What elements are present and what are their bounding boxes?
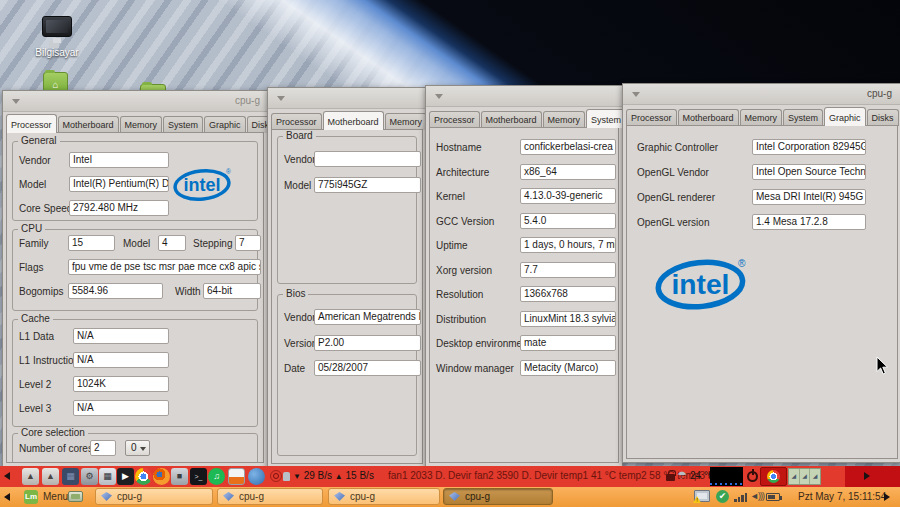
uptime-field[interactable]: 1 days, 0 hours, 7 minutes bbox=[520, 237, 616, 253]
panel-hide-left-icon[interactable] bbox=[4, 493, 10, 501]
signal-indicator-icon[interactable] bbox=[273, 470, 291, 483]
opengl-version-field[interactable]: 1.4 Mesa 17.2.8 bbox=[752, 214, 866, 230]
window-manager-field[interactable]: Metacity (Marco) bbox=[520, 360, 616, 376]
clock-applet[interactable]: Pzt May 7, 15:11:54 bbox=[798, 491, 886, 502]
bios-vendor-field[interactable]: American Megatrends Inc. bbox=[314, 309, 421, 325]
window-list-button-3[interactable]: cpu-g bbox=[328, 488, 440, 505]
show-desktop-button[interactable] bbox=[68, 491, 83, 502]
l1-instruction-field[interactable]: N/A bbox=[73, 352, 169, 368]
l1-data-field[interactable]: N/A bbox=[73, 328, 169, 344]
workspace-3[interactable]: ◢ bbox=[810, 469, 820, 484]
family-field[interactable]: 15 bbox=[68, 235, 115, 251]
tab-memory[interactable]: Memory bbox=[385, 113, 426, 130]
image-viewer-icon[interactable] bbox=[228, 468, 245, 485]
core-select-dropdown[interactable]: 0 bbox=[125, 440, 150, 456]
window2-titlebar[interactable] bbox=[268, 88, 426, 109]
spotify-icon[interactable]: ♫ bbox=[208, 468, 225, 485]
home-folder-icon[interactable]: ⌂ bbox=[43, 72, 68, 92]
cpu-model-field[interactable]: 4 bbox=[158, 235, 186, 251]
window1-titlebar[interactable]: cpu-g bbox=[3, 91, 267, 112]
desktop-environment-field[interactable]: mate bbox=[520, 335, 616, 351]
tab-motherboard[interactable]: Motherboard bbox=[58, 116, 119, 133]
eject-drive-icon[interactable]: ▲ bbox=[22, 468, 39, 485]
lock-icon[interactable] bbox=[666, 474, 675, 481]
window-list-button-1[interactable]: cpu-g bbox=[95, 488, 213, 505]
bios-date-field[interactable]: 05/28/2007 bbox=[314, 360, 421, 376]
window-list-button-2[interactable]: cpu-g bbox=[217, 488, 323, 505]
tab-disks[interactable]: Disks bbox=[867, 109, 899, 126]
core-speed-field[interactable]: 2792.480 MHz bbox=[69, 200, 169, 216]
tab-motherboard[interactable]: Motherboard bbox=[481, 111, 542, 128]
weather-icon[interactable]: ☂ bbox=[677, 469, 687, 482]
window3-titlebar[interactable] bbox=[426, 86, 622, 107]
workspace-switcher[interactable]: ◢ ◢ ◢ bbox=[788, 468, 821, 485]
board-model-field[interactable]: 775i945GZ bbox=[314, 177, 421, 193]
tab-memory[interactable]: Memory bbox=[740, 109, 783, 126]
tab-system[interactable]: System bbox=[586, 109, 622, 128]
graphic-controller-field[interactable]: Intel Corporation 82945G/ bbox=[752, 139, 866, 155]
kernel-field[interactable]: 4.13.0-39-generic bbox=[520, 188, 616, 204]
tab-graphic[interactable]: Graphic bbox=[824, 107, 866, 126]
tab-processor[interactable]: Processor bbox=[429, 111, 480, 128]
tab-memory[interactable]: Memory bbox=[120, 116, 163, 133]
terminal-icon[interactable]: >_ bbox=[190, 468, 207, 485]
model-field[interactable]: Intel(R) Pentium(R) D CPU 2 bbox=[69, 176, 169, 192]
media-player-icon[interactable]: ▶ bbox=[117, 468, 134, 485]
firefox-icon[interactable] bbox=[153, 468, 170, 485]
vendor-field[interactable]: Intel bbox=[69, 152, 169, 168]
stepping-field[interactable]: 7 bbox=[235, 235, 261, 251]
volume-tray-icon[interactable]: ◄))) bbox=[750, 491, 764, 501]
opengl-vendor-field[interactable]: Intel Open Source Technolo bbox=[752, 164, 866, 180]
panel-hide-right-icon[interactable] bbox=[884, 493, 890, 501]
resolution-field[interactable]: 1366x768 bbox=[520, 286, 616, 302]
xorg-version-field[interactable]: 7.7 bbox=[520, 262, 616, 278]
desktop-icon-computer[interactable]: Bilgisayar bbox=[25, 16, 89, 58]
tab-system[interactable]: System bbox=[783, 109, 823, 126]
mint-menu-icon[interactable]: Lm bbox=[24, 490, 38, 504]
level3-field[interactable]: N/A bbox=[73, 400, 169, 416]
bios-version-field[interactable]: P2.00 bbox=[314, 335, 421, 351]
battery-tray-icon[interactable] bbox=[766, 493, 780, 501]
hostname-field[interactable]: confickerbelasi-crea bbox=[520, 139, 616, 155]
level2-field[interactable]: 1024K bbox=[73, 376, 169, 392]
display-warning-tray-icon[interactable] bbox=[694, 490, 710, 502]
tab-system[interactable]: System bbox=[163, 116, 203, 133]
tab-disks[interactable]: Disks bbox=[247, 116, 267, 133]
net-speed-applet[interactable]: ▼ 29 B/s ▲ 15 B/s bbox=[293, 470, 374, 481]
panel-hide-left-icon[interactable] bbox=[4, 472, 10, 480]
menu-button[interactable]: Menu bbox=[43, 491, 68, 502]
workspace-1[interactable]: ◢ bbox=[789, 469, 800, 484]
tab-processor[interactable]: Processor bbox=[6, 114, 57, 133]
tab-processor[interactable]: Processor bbox=[271, 113, 322, 130]
distribution-field[interactable]: LinuxMint 18.3 sylvia bbox=[520, 311, 616, 327]
eject-drive-icon[interactable]: ▲ bbox=[42, 468, 59, 485]
chrome-panel-button[interactable] bbox=[760, 467, 787, 486]
architecture-field[interactable]: x86_64 bbox=[520, 164, 616, 180]
number-of-cores-field[interactable]: 2 bbox=[90, 440, 116, 456]
tab-motherboard[interactable]: Motherboard bbox=[323, 111, 384, 130]
width-field[interactable]: 64-bit bbox=[203, 283, 261, 299]
calculator-icon[interactable]: ▦ bbox=[99, 468, 116, 485]
chrome-icon[interactable] bbox=[135, 468, 152, 485]
update-shield-tray-icon[interactable]: ✔ bbox=[716, 490, 729, 503]
network-signal-tray-icon[interactable] bbox=[734, 492, 748, 502]
window-list-button-4[interactable]: cpu-g bbox=[443, 488, 553, 505]
window4-titlebar[interactable]: cpu-g bbox=[623, 84, 900, 105]
chip-box-icon[interactable]: ▦ bbox=[62, 468, 79, 485]
gcc-version-field[interactable]: 5.4.0 bbox=[520, 213, 616, 229]
blue-app-icon[interactable] bbox=[248, 468, 265, 485]
opengl-renderer-field[interactable]: Mesa DRI Intel(R) 945G bbox=[752, 189, 866, 205]
board-vendor-field[interactable] bbox=[314, 151, 421, 167]
bogomips-field[interactable]: 5584.96 bbox=[68, 283, 163, 299]
workspace-2[interactable]: ◢ bbox=[800, 469, 811, 484]
power-icon[interactable] bbox=[747, 471, 758, 482]
tab-motherboard[interactable]: Motherboard bbox=[678, 109, 739, 126]
tab-graphic[interactable]: Graphic bbox=[204, 116, 246, 133]
floppy-icon[interactable]: ■ bbox=[171, 468, 188, 485]
utility-box-icon[interactable]: ⚙ bbox=[81, 468, 98, 485]
flags-field[interactable]: fpu vme de pse tsc msr pae mce cx8 apic … bbox=[68, 259, 261, 275]
tab-memory[interactable]: Memory bbox=[543, 111, 586, 128]
tab-processor[interactable]: Processor bbox=[626, 109, 677, 126]
monitor-graph-applet[interactable] bbox=[710, 467, 743, 486]
panel-hide-right-icon[interactable] bbox=[864, 472, 870, 480]
